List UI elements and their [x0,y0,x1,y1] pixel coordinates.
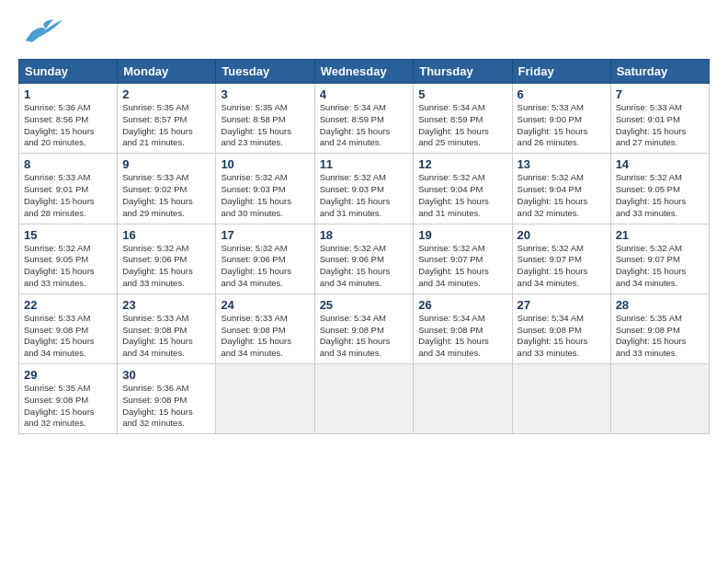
day-info: Sunrise: 5:32 AM Sunset: 9:07 PM Dayligh… [418,243,506,290]
calendar-week-2: 8Sunrise: 5:33 AM Sunset: 9:01 PM Daylig… [19,154,710,224]
calendar-cell: 24Sunrise: 5:33 AM Sunset: 9:08 PM Dayli… [216,293,314,363]
day-info: Sunrise: 5:34 AM Sunset: 8:59 PM Dayligh… [320,102,409,149]
calendar-cell: 15Sunrise: 5:32 AM Sunset: 9:05 PM Dayli… [19,224,118,293]
calendar-cell: 20Sunrise: 5:32 AM Sunset: 9:07 PM Dayli… [512,224,610,293]
day-info: Sunrise: 5:32 AM Sunset: 9:05 PM Dayligh… [24,243,112,290]
calendar-cell [414,364,512,434]
day-number: 3 [221,87,309,101]
day-number: 17 [221,228,309,242]
header [18,15,710,52]
day-info: Sunrise: 5:36 AM Sunset: 8:56 PM Dayligh… [24,102,112,149]
day-number: 23 [122,298,210,312]
calendar-cell: 26Sunrise: 5:34 AM Sunset: 9:08 PM Dayli… [414,293,512,363]
calendar-cell: 10Sunrise: 5:32 AM Sunset: 9:03 PM Dayli… [216,154,314,224]
day-number: 13 [518,157,606,171]
calendar-cell: 5Sunrise: 5:34 AM Sunset: 8:59 PM Daylig… [414,84,512,154]
calendar-cell: 12Sunrise: 5:32 AM Sunset: 9:04 PM Dayli… [414,154,512,224]
day-info: Sunrise: 5:34 AM Sunset: 8:59 PM Dayligh… [418,102,506,149]
day-info: Sunrise: 5:36 AM Sunset: 9:08 PM Dayligh… [122,383,210,430]
calendar-cell: 19Sunrise: 5:32 AM Sunset: 9:07 PM Dayli… [414,224,512,293]
day-number: 24 [221,298,309,312]
calendar-body: 1Sunrise: 5:36 AM Sunset: 8:56 PM Daylig… [19,84,710,434]
calendar-cell: 22Sunrise: 5:33 AM Sunset: 9:08 PM Dayli… [19,293,118,363]
day-info: Sunrise: 5:33 AM Sunset: 9:08 PM Dayligh… [122,313,210,360]
day-info: Sunrise: 5:32 AM Sunset: 9:06 PM Dayligh… [122,243,210,290]
day-info: Sunrise: 5:32 AM Sunset: 9:06 PM Dayligh… [221,243,309,290]
day-number: 15 [24,228,112,242]
day-info: Sunrise: 5:35 AM Sunset: 8:57 PM Dayligh… [122,102,210,149]
day-info: Sunrise: 5:32 AM Sunset: 9:04 PM Dayligh… [418,172,506,219]
day-info: Sunrise: 5:32 AM Sunset: 9:06 PM Dayligh… [320,243,409,290]
day-info: Sunrise: 5:35 AM Sunset: 9:08 PM Dayligh… [616,313,704,360]
day-number: 4 [320,87,409,101]
calendar-cell: 21Sunrise: 5:32 AM Sunset: 9:07 PM Dayli… [610,224,709,293]
day-info: Sunrise: 5:32 AM Sunset: 9:03 PM Dayligh… [221,172,309,219]
day-number: 18 [320,228,409,242]
day-info: Sunrise: 5:32 AM Sunset: 9:04 PM Dayligh… [518,172,606,219]
day-number: 7 [616,87,704,101]
calendar-cell [512,364,610,434]
day-info: Sunrise: 5:33 AM Sunset: 9:01 PM Dayligh… [24,172,112,219]
day-info: Sunrise: 5:33 AM Sunset: 9:02 PM Dayligh… [122,172,210,219]
page: SundayMondayTuesdayWednesdayThursdayFrid… [0,0,728,563]
calendar-week-5: 29Sunrise: 5:35 AM Sunset: 9:08 PM Dayli… [19,364,710,434]
day-number: 28 [616,298,704,312]
day-number: 6 [518,87,606,101]
calendar-week-1: 1Sunrise: 5:36 AM Sunset: 8:56 PM Daylig… [19,84,710,154]
calendar-cell: 17Sunrise: 5:32 AM Sunset: 9:06 PM Dayli… [216,224,314,293]
day-info: Sunrise: 5:33 AM Sunset: 9:00 PM Dayligh… [518,102,606,149]
logo-icon [18,15,64,52]
calendar-cell [610,364,709,434]
day-info: Sunrise: 5:35 AM Sunset: 8:58 PM Dayligh… [221,102,309,149]
day-info: Sunrise: 5:34 AM Sunset: 9:08 PM Dayligh… [518,313,606,360]
day-number: 12 [418,157,506,171]
day-number: 27 [518,298,606,312]
day-info: Sunrise: 5:32 AM Sunset: 9:05 PM Dayligh… [616,172,704,219]
calendar-cell: 3Sunrise: 5:35 AM Sunset: 8:58 PM Daylig… [216,84,314,154]
day-number: 29 [24,368,112,382]
calendar-cell: 2Sunrise: 5:35 AM Sunset: 8:57 PM Daylig… [118,84,216,154]
day-info: Sunrise: 5:33 AM Sunset: 9:08 PM Dayligh… [221,313,309,360]
calendar-cell [216,364,314,434]
calendar-cell: 13Sunrise: 5:32 AM Sunset: 9:04 PM Dayli… [512,154,610,224]
day-number: 1 [24,87,112,101]
day-number: 22 [24,298,112,312]
logo [18,15,68,52]
day-info: Sunrise: 5:32 AM Sunset: 9:03 PM Dayligh… [320,172,409,219]
day-number: 30 [122,368,210,382]
calendar-cell: 29Sunrise: 5:35 AM Sunset: 9:08 PM Dayli… [19,364,118,434]
calendar-cell: 6Sunrise: 5:33 AM Sunset: 9:00 PM Daylig… [512,84,610,154]
day-info: Sunrise: 5:32 AM Sunset: 9:07 PM Dayligh… [518,243,606,290]
weekday-thursday: Thursday [414,60,512,84]
day-info: Sunrise: 5:34 AM Sunset: 9:08 PM Dayligh… [418,313,506,360]
day-number: 20 [518,228,606,242]
calendar: SundayMondayTuesdayWednesdayThursdayFrid… [18,59,710,434]
calendar-cell: 8Sunrise: 5:33 AM Sunset: 9:01 PM Daylig… [19,154,118,224]
day-number: 19 [418,228,506,242]
day-number: 5 [418,87,506,101]
calendar-cell: 16Sunrise: 5:32 AM Sunset: 9:06 PM Dayli… [118,224,216,293]
day-number: 11 [320,157,409,171]
calendar-week-3: 15Sunrise: 5:32 AM Sunset: 9:05 PM Dayli… [19,224,710,293]
day-info: Sunrise: 5:35 AM Sunset: 9:08 PM Dayligh… [24,383,112,430]
day-number: 8 [24,157,112,171]
calendar-cell: 7Sunrise: 5:33 AM Sunset: 9:01 PM Daylig… [610,84,709,154]
day-number: 25 [320,298,409,312]
calendar-cell: 18Sunrise: 5:32 AM Sunset: 9:06 PM Dayli… [314,224,414,293]
calendar-cell: 30Sunrise: 5:36 AM Sunset: 9:08 PM Dayli… [118,364,216,434]
calendar-cell [314,364,414,434]
day-number: 10 [221,157,309,171]
day-number: 9 [122,157,210,171]
calendar-week-4: 22Sunrise: 5:33 AM Sunset: 9:08 PM Dayli… [19,293,710,363]
day-number: 21 [616,228,704,242]
calendar-cell: 23Sunrise: 5:33 AM Sunset: 9:08 PM Dayli… [118,293,216,363]
calendar-header: SundayMondayTuesdayWednesdayThursdayFrid… [19,60,710,84]
day-number: 14 [616,157,704,171]
weekday-wednesday: Wednesday [314,60,414,84]
calendar-cell: 28Sunrise: 5:35 AM Sunset: 9:08 PM Dayli… [610,293,709,363]
calendar-cell: 14Sunrise: 5:32 AM Sunset: 9:05 PM Dayli… [610,154,709,224]
calendar-cell: 11Sunrise: 5:32 AM Sunset: 9:03 PM Dayli… [314,154,414,224]
calendar-cell: 27Sunrise: 5:34 AM Sunset: 9:08 PM Dayli… [512,293,610,363]
weekday-monday: Monday [118,60,216,84]
day-number: 26 [418,298,506,312]
